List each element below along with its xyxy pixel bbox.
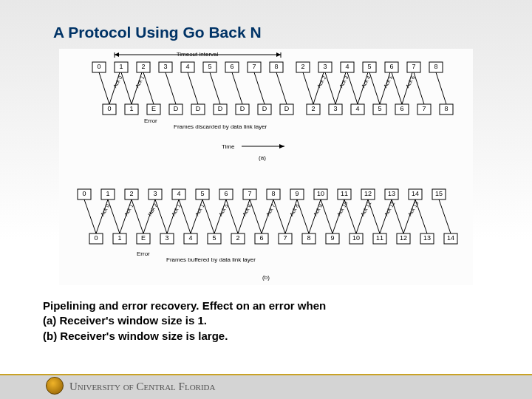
svg-text:15: 15 <box>435 190 443 197</box>
svg-line-40 <box>347 72 358 104</box>
footer: University of Central Florida <box>0 374 532 399</box>
svg-line-28 <box>254 72 265 104</box>
svg-line-124 <box>250 200 262 233</box>
svg-text:0: 0 <box>107 105 111 112</box>
time-label: Time <box>222 143 235 150</box>
svg-text:11: 11 <box>376 234 383 242</box>
svg-text:4: 4 <box>188 234 192 242</box>
svg-line-130 <box>297 200 309 233</box>
svg-text:2: 2 <box>301 63 304 70</box>
svg-line-121 <box>226 200 238 233</box>
svg-text:4: 4 <box>185 63 189 70</box>
svg-line-115 <box>179 200 191 233</box>
svg-text:8: 8 <box>274 63 278 70</box>
svg-text:3: 3 <box>333 105 337 112</box>
svg-line-19 <box>188 72 198 104</box>
svg-text:14: 14 <box>447 234 454 242</box>
svg-line-52 <box>436 72 446 104</box>
buffered-label: Frames buffered by data link layer <box>166 256 256 263</box>
svg-text:14: 14 <box>412 190 419 197</box>
svg-marker-3 <box>115 52 119 57</box>
svg-line-106 <box>108 200 120 233</box>
svg-text:2: 2 <box>129 190 133 197</box>
svg-text:2: 2 <box>141 63 145 70</box>
svg-text:D: D <box>262 105 267 112</box>
svg-text:4: 4 <box>345 63 349 70</box>
svg-text:1: 1 <box>119 63 123 70</box>
sublabel-b: (b) <box>262 274 270 281</box>
svg-text:Ack 5: Ack 5 <box>218 203 229 217</box>
svg-text:11: 11 <box>341 190 348 197</box>
svg-line-43 <box>369 72 380 104</box>
svg-text:Ack 7: Ack 7 <box>265 203 276 217</box>
svg-text:5: 5 <box>378 105 381 112</box>
page-title: A Protocol Using Go Back N <box>0 0 532 49</box>
caption-line-2: (a) Receiver's window size is 1. <box>43 314 207 327</box>
svg-line-10 <box>121 72 132 104</box>
timeout-label: Timeout interval <box>177 51 219 58</box>
svg-text:Ack 5: Ack 5 <box>383 75 394 89</box>
svg-text:10: 10 <box>352 234 360 242</box>
svg-text:Ack 1: Ack 1 <box>171 203 182 217</box>
svg-text:6: 6 <box>259 234 263 242</box>
svg-text:3: 3 <box>153 190 157 197</box>
svg-line-16 <box>166 72 176 104</box>
svg-line-31 <box>276 72 287 104</box>
footer-university: University of Central Florida <box>69 381 215 393</box>
svg-text:7: 7 <box>422 105 426 112</box>
svg-text:7: 7 <box>252 63 256 70</box>
svg-line-109 <box>132 200 143 233</box>
svg-text:Ack 11: Ack 11 <box>360 200 372 216</box>
svg-text:6: 6 <box>230 63 233 70</box>
svg-text:1: 1 <box>129 105 133 112</box>
sublabel-a: (a) <box>259 154 266 161</box>
svg-text:2: 2 <box>236 234 239 242</box>
svg-text:13: 13 <box>388 190 395 197</box>
svg-text:8: 8 <box>444 105 448 112</box>
error-label-a: Error <box>144 117 157 124</box>
svg-text:5: 5 <box>200 190 204 197</box>
svg-text:E: E <box>151 105 156 112</box>
svg-text:Ack 13: Ack 13 <box>407 200 420 216</box>
svg-text:4: 4 <box>177 190 180 197</box>
svg-text:5: 5 <box>208 63 211 70</box>
svg-text:4: 4 <box>355 105 359 112</box>
svg-text:Ack 6: Ack 6 <box>405 75 416 89</box>
svg-text:Ack 1: Ack 1 <box>123 203 134 217</box>
svg-text:Ack 1: Ack 1 <box>194 203 205 217</box>
svg-text:1: 1 <box>117 234 121 242</box>
error-label-b: Error <box>137 250 150 257</box>
svg-text:Ack 0: Ack 0 <box>112 75 123 89</box>
svg-line-46 <box>392 72 402 104</box>
svg-line-103 <box>84 200 96 233</box>
svg-text:6: 6 <box>224 190 228 197</box>
footer-accent-bar <box>0 374 532 375</box>
svg-text:9: 9 <box>295 190 299 197</box>
svg-text:8: 8 <box>307 234 310 242</box>
figure-caption: Pipelining and error recovery. Effect on… <box>0 285 532 344</box>
svg-line-25 <box>232 72 242 104</box>
svg-marker-4 <box>276 52 281 57</box>
svg-line-49 <box>414 72 424 104</box>
svg-line-148 <box>439 200 451 233</box>
svg-text:0: 0 <box>94 234 98 242</box>
svg-text:D: D <box>240 105 245 112</box>
svg-marker-100 <box>279 144 284 149</box>
svg-line-37 <box>325 72 335 104</box>
svg-text:5: 5 <box>212 234 216 242</box>
svg-text:Ack 8: Ack 8 <box>289 203 300 217</box>
svg-text:Ack 12: Ack 12 <box>383 200 396 216</box>
svg-text:Ack 1: Ack 1 <box>134 75 146 89</box>
svg-text:E: E <box>141 234 146 242</box>
svg-line-7 <box>99 72 109 104</box>
svg-text:D: D <box>174 105 179 112</box>
svg-text:5: 5 <box>367 63 371 70</box>
svg-line-133 <box>321 200 332 233</box>
svg-text:9: 9 <box>330 234 334 242</box>
svg-text:3: 3 <box>323 63 327 70</box>
svg-text:12: 12 <box>400 234 407 242</box>
svg-text:7: 7 <box>283 234 287 242</box>
svg-text:6: 6 <box>389 63 393 70</box>
svg-text:Ack 0: Ack 0 <box>100 203 111 217</box>
discarded-label: Frames discarded by data link layer <box>174 123 267 130</box>
